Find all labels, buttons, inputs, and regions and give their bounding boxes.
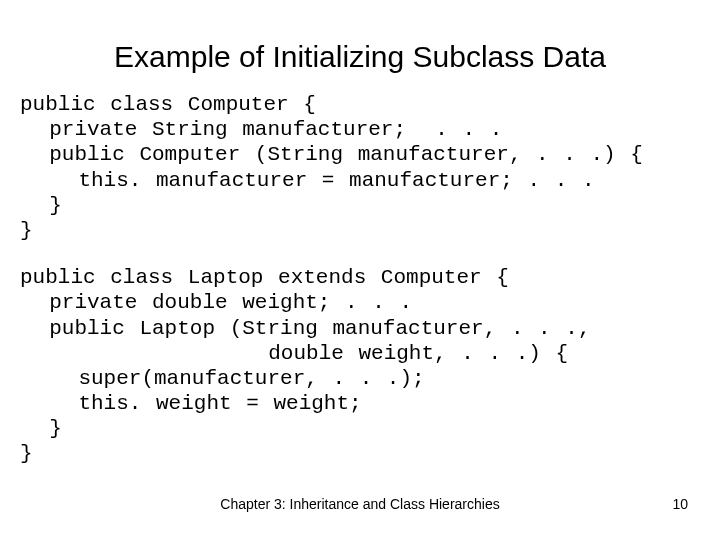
spacer [20, 243, 700, 265]
footer-chapter: Chapter 3: Inheritance and Class Hierarc… [220, 496, 499, 512]
slide-container: Example of Initializing Subclass Data pu… [0, 0, 720, 540]
page-number: 10 [672, 496, 688, 512]
slide-title: Example of Initializing Subclass Data [20, 40, 700, 74]
code-block-computer: public class Computer { private String m… [20, 92, 700, 243]
slide-footer: Chapter 3: Inheritance and Class Hierarc… [0, 496, 720, 512]
code-block-laptop: public class Laptop extends Computer { p… [20, 265, 700, 467]
